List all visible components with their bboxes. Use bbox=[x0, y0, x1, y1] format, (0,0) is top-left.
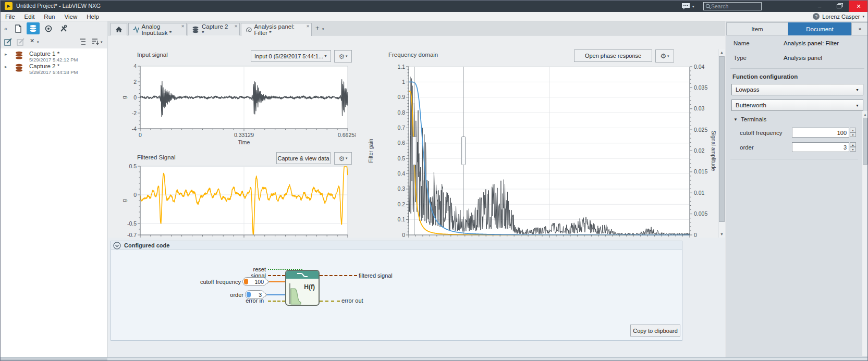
svg-text:0: 0 bbox=[133, 192, 137, 198]
add-tab-caret-icon[interactable]: ▾ bbox=[322, 27, 324, 31]
close-tab-icon[interactable]: ✕ bbox=[181, 24, 185, 29]
bottom-scrollbar[interactable] bbox=[1, 357, 868, 361]
user-menu[interactable]: ? Lorenz Casper ▾ bbox=[813, 13, 864, 20]
comments-caret-icon[interactable]: ▾ bbox=[692, 5, 694, 9]
scrollbar-thumb[interactable] bbox=[719, 56, 725, 222]
frequency-cursor-handle-2[interactable] bbox=[462, 137, 466, 165]
scroll-up-icon[interactable]: ▲ bbox=[718, 49, 725, 56]
tab-analog-input-task[interactable]: Analog Input.task * ✕ bbox=[128, 23, 187, 35]
menu-file[interactable]: File bbox=[1, 14, 20, 20]
tree-item-capture-1[interactable]: ▸ Capture 1 * 5/29/2017 5:42:12 PM bbox=[1, 51, 107, 63]
input-source-dropdown[interactable]: Input 0 (5/29/2017 5:44:1... ▼ bbox=[251, 50, 331, 62]
frequency-domain-title: Frequency domain bbox=[388, 52, 438, 58]
input-signal-chart[interactable]: -4-202400.331290.66258Timeg bbox=[118, 63, 356, 150]
terminals-collapse-icon[interactable]: ▼ bbox=[733, 117, 738, 122]
collapse-pane-icon[interactable]: « bbox=[2, 26, 9, 32]
expander-icon[interactable]: ▸ bbox=[5, 52, 7, 57]
expander-icon[interactable]: ▸ bbox=[5, 64, 7, 69]
terminal-error-out-label: error out bbox=[341, 297, 394, 304]
filter-type-dropdown[interactable]: Lowpass ▼ bbox=[731, 84, 863, 95]
close-tab-icon[interactable]: ✕ bbox=[306, 24, 310, 29]
error-out-wire[interactable] bbox=[320, 301, 340, 302]
input-source-value: Input 0 (5/29/2017 5:44:1... bbox=[254, 53, 323, 59]
frequency-cursor-handle-1[interactable] bbox=[412, 137, 416, 165]
bottom-scrollbar-thumb[interactable] bbox=[1, 358, 107, 361]
svg-text:0.01: 0.01 bbox=[694, 190, 705, 196]
cutoff-frequency-stepper[interactable]: ▲ ▼ bbox=[850, 128, 856, 138]
menu-view[interactable]: View bbox=[59, 14, 82, 20]
menu-run[interactable]: Run bbox=[39, 14, 59, 20]
data-view-icon[interactable] bbox=[27, 22, 40, 34]
separator bbox=[730, 68, 864, 69]
svg-text:0: 0 bbox=[139, 132, 142, 138]
configuration-scrollbar[interactable]: ▲ bbox=[862, 111, 868, 356]
filtered-signal-wire[interactable] bbox=[320, 275, 357, 276]
collapse-section-icon[interactable] bbox=[113, 242, 121, 250]
input-settings-button[interactable]: ⚙ ▾ bbox=[334, 50, 352, 63]
configured-code-section: Configured code reset signal cutoff freq… bbox=[108, 238, 725, 357]
search-input[interactable] bbox=[711, 3, 757, 9]
svg-text:0.66258: 0.66258 bbox=[338, 132, 356, 138]
configured-code-header[interactable]: Configured code bbox=[111, 241, 682, 250]
scroll-down-icon[interactable]: ▼ bbox=[718, 231, 725, 238]
open-phase-response-button[interactable]: Open phase response bbox=[574, 49, 652, 62]
scroll-up-icon[interactable]: ▲ bbox=[862, 111, 868, 118]
add-tab-button[interactable]: + bbox=[315, 24, 320, 32]
order-wire[interactable] bbox=[265, 294, 285, 295]
tab-home[interactable] bbox=[111, 23, 127, 35]
tree-layout-icon[interactable] bbox=[79, 38, 87, 46]
more-tabs-icon[interactable]: » bbox=[851, 22, 868, 35]
capture-data-icon bbox=[15, 64, 23, 72]
restore-button[interactable] bbox=[829, 1, 849, 12]
order-stepper[interactable]: ▲ ▼ bbox=[850, 142, 856, 152]
stepper-down-icon[interactable]: ▼ bbox=[850, 147, 856, 152]
search-box[interactable] bbox=[703, 2, 762, 10]
tab-item[interactable]: Item bbox=[726, 22, 788, 35]
tab-document[interactable]: Document bbox=[788, 22, 851, 35]
cutoff-constant[interactable]: 100 bbox=[242, 277, 267, 286]
scrollbar-thumb[interactable] bbox=[863, 118, 867, 165]
comments-icon[interactable] bbox=[681, 3, 691, 10]
svg-text:g: g bbox=[121, 199, 127, 202]
sort-icon[interactable] bbox=[91, 38, 100, 46]
files-view-icon[interactable] bbox=[11, 22, 25, 34]
gear-icon: ⚙ bbox=[338, 53, 345, 60]
sort-caret-icon[interactable]: ▾ bbox=[101, 40, 103, 44]
signal-wire[interactable] bbox=[268, 275, 285, 276]
tools-view-icon[interactable] bbox=[57, 22, 70, 34]
error-in-wire[interactable] bbox=[268, 301, 285, 302]
order-input[interactable] bbox=[792, 142, 849, 152]
frequency-domain-chart[interactable]: 00.10.20.30.40.50.60.70.80.911.100.0050.… bbox=[365, 63, 718, 238]
tree-item-capture-2[interactable]: ▸ Capture 2 * 5/29/2017 5:44:18 PM bbox=[1, 63, 107, 76]
tab-analysis-panel-filter[interactable]: Analysis panel: Filter * ✕ bbox=[241, 23, 312, 36]
cutoff-frequency-input[interactable] bbox=[792, 128, 849, 138]
tab-capture-2[interactable]: Capture 2 * ✕ bbox=[188, 23, 240, 35]
svg-text:1: 1 bbox=[402, 79, 405, 85]
stepper-down-icon[interactable]: ▼ bbox=[850, 132, 856, 137]
labview-logo-icon: ▶ bbox=[5, 2, 13, 10]
menu-edit[interactable]: Edit bbox=[20, 14, 40, 20]
frequency-settings-button[interactable]: ⚙ ▾ bbox=[655, 49, 674, 63]
filtered-settings-button[interactable]: ⚙ ▾ bbox=[334, 152, 352, 165]
delete-item-icon[interactable]: ✕ bbox=[30, 38, 34, 44]
svg-text:0.7: 0.7 bbox=[397, 125, 405, 131]
name-value: Analysis panel: Filter bbox=[784, 40, 839, 46]
stepper-up-icon[interactable]: ▲ bbox=[850, 128, 856, 132]
targets-view-icon[interactable] bbox=[42, 22, 55, 34]
document-scrollbar[interactable]: ▲ ▼ bbox=[718, 49, 725, 238]
configured-code-title: Configured code bbox=[124, 242, 169, 248]
close-tab-icon[interactable]: ✕ bbox=[234, 24, 238, 29]
close-button[interactable]: ✕ bbox=[849, 1, 868, 12]
filter-design-dropdown[interactable]: Butterworth ▼ bbox=[731, 99, 863, 111]
minimize-button[interactable]: – bbox=[810, 1, 829, 12]
stepper-up-icon[interactable]: ▲ bbox=[850, 142, 856, 147]
filtered-signal-chart[interactable]: -0.7-0.500.500.331290.66258g bbox=[118, 164, 356, 238]
nav-toolbar: « bbox=[1, 21, 107, 35]
delete-caret-icon[interactable]: ▾ bbox=[37, 40, 39, 44]
filter-function-node[interactable]: H(f) bbox=[285, 270, 320, 306]
menu-help[interactable]: Help bbox=[82, 14, 104, 20]
capture-view-data-button[interactable]: Capture & view data bbox=[276, 152, 331, 164]
copy-to-clipboard-button[interactable]: Copy to clipboard bbox=[630, 325, 680, 337]
edit-item-icon[interactable] bbox=[4, 38, 13, 46]
order-constant[interactable]: 3 bbox=[245, 290, 265, 299]
